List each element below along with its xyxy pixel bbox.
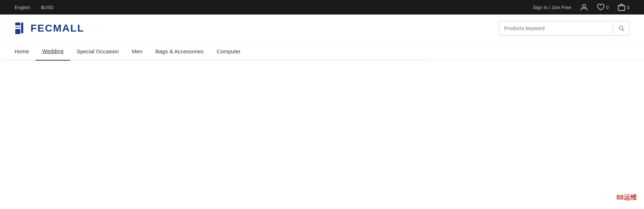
nav-item-computer[interactable]: Computer xyxy=(210,42,247,61)
search-input[interactable] xyxy=(499,25,613,31)
nav-item-special-occasion[interactable]: Special Occasion xyxy=(70,42,125,61)
user-icon-btn[interactable] xyxy=(580,3,588,11)
svg-rect-5 xyxy=(15,25,20,27)
navigation: Home Wedding Special Occasion Men Bags &… xyxy=(0,42,644,61)
logo-icon xyxy=(15,22,28,35)
cart-icon-btn[interactable]: 0 xyxy=(617,3,629,11)
svg-point-0 xyxy=(582,5,586,8)
logo[interactable]: FECMALL xyxy=(15,22,84,35)
language-selector[interactable]: English xyxy=(15,5,30,10)
svg-line-7 xyxy=(622,29,624,31)
top-bar: English $USD Sign In / Join Free 0 0 xyxy=(0,0,644,15)
wishlist-count: 0 xyxy=(606,5,609,10)
nav-item-bags-accessories[interactable]: Bags & Accessories xyxy=(149,42,210,61)
nav-item-wedding[interactable]: Wedding xyxy=(36,42,70,61)
svg-rect-1 xyxy=(618,5,625,11)
sign-in-link[interactable]: Sign In / Join Free xyxy=(533,5,571,10)
svg-rect-4 xyxy=(21,22,23,33)
search-button[interactable] xyxy=(613,21,629,36)
nav-item-men[interactable]: Men xyxy=(125,42,149,61)
search-bar xyxy=(499,21,629,36)
svg-rect-3 xyxy=(15,29,20,34)
currency-selector[interactable]: $USD xyxy=(41,5,54,10)
wishlist-icon-btn[interactable]: 0 xyxy=(597,4,609,11)
cart-count: 0 xyxy=(627,5,629,10)
logo-text: FECMALL xyxy=(31,22,84,34)
top-bar-right: Sign In / Join Free 0 0 xyxy=(533,3,629,11)
top-bar-left: English $USD xyxy=(15,5,53,10)
nav-item-home[interactable]: Home xyxy=(15,42,36,61)
header: FECMALL xyxy=(0,15,644,42)
